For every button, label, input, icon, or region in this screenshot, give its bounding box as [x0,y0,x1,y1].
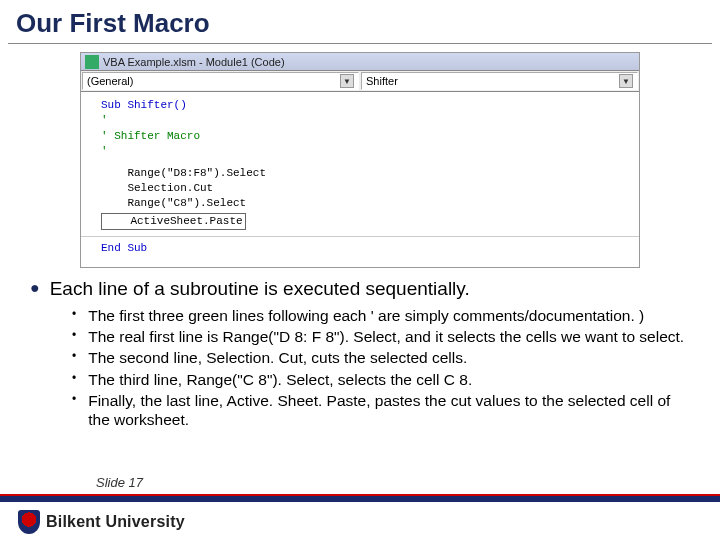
sub-bullet: •The real first line is Range("D 8: F 8"… [72,327,690,346]
code-separator [81,236,639,237]
slide-number: Slide 17 [96,475,143,490]
footer-bar [0,494,720,502]
code-line: Range("C8").Select [101,196,631,211]
bullet-dot-icon: • [72,306,76,323]
sub-bullet: •The first three green lines following e… [72,306,690,325]
code-line: ' Shifter Macro [101,129,631,144]
procedure-dropdown[interactable]: Shifter [361,72,638,90]
slide-title: Our First Macro [0,0,720,43]
sub-bullet-text: Finally, the last line, Active. Sheet. P… [88,391,690,430]
sub-bullet-list: •The first three green lines following e… [30,306,690,430]
shield-icon [18,510,40,534]
code-line: ' [101,113,631,128]
code-line: Sub Shifter() [101,98,631,113]
code-line: Selection.Cut [101,181,631,196]
code-line: ' [101,144,631,159]
code-line-highlighted: ActiveSheet.Paste [101,212,631,230]
code-title-text: VBA Example.xlsm - Module1 (Code) [103,56,285,68]
bullet-dot-icon: • [72,370,76,387]
sub-bullet: •Finally, the last line, Active. Sheet. … [72,391,690,430]
bullet-dot-icon: • [72,327,76,344]
sub-bullet: •The second line, Selection. Cut, cuts t… [72,348,690,367]
code-line: End Sub [101,241,631,256]
sub-bullet-text: The third line, Range("C 8"). Select, se… [88,370,472,389]
code-dropdown-row: (General) Shifter [81,71,639,92]
sub-bullet: •The third line, Range("C 8"). Select, s… [72,370,690,389]
chevron-down-icon[interactable] [340,74,354,88]
title-underline [8,43,712,44]
main-bullet: ● Each line of a subroutine is executed … [30,278,690,300]
sub-bullet-text: The real first line is Range("D 8: F 8")… [88,327,684,346]
bullet-dot-icon: ● [30,278,40,299]
university-logo: Bilkent University [18,510,185,534]
code-line: Range("D8:F8").Select [101,166,631,181]
code-titlebar: VBA Example.xlsm - Module1 (Code) [81,53,639,71]
vba-code-window: VBA Example.xlsm - Module1 (Code) (Gener… [80,52,640,268]
vba-module-icon [85,55,99,69]
object-dropdown-value: (General) [87,75,133,87]
sub-bullet-text: The second line, Selection. Cut, cuts th… [88,348,467,367]
object-dropdown[interactable]: (General) [82,72,359,90]
bullet-dot-icon: • [72,391,76,408]
code-body: Sub Shifter() ' ' Shifter Macro ' Range(… [81,92,639,267]
bullet-area: ● Each line of a subroutine is executed … [0,268,720,430]
chevron-down-icon[interactable] [619,74,633,88]
sub-bullet-text: The first three green lines following ea… [88,306,644,325]
university-name: Bilkent University [46,513,185,531]
procedure-dropdown-value: Shifter [366,75,398,87]
main-bullet-text: Each line of a subroutine is executed se… [50,278,470,300]
bullet-dot-icon: • [72,348,76,365]
